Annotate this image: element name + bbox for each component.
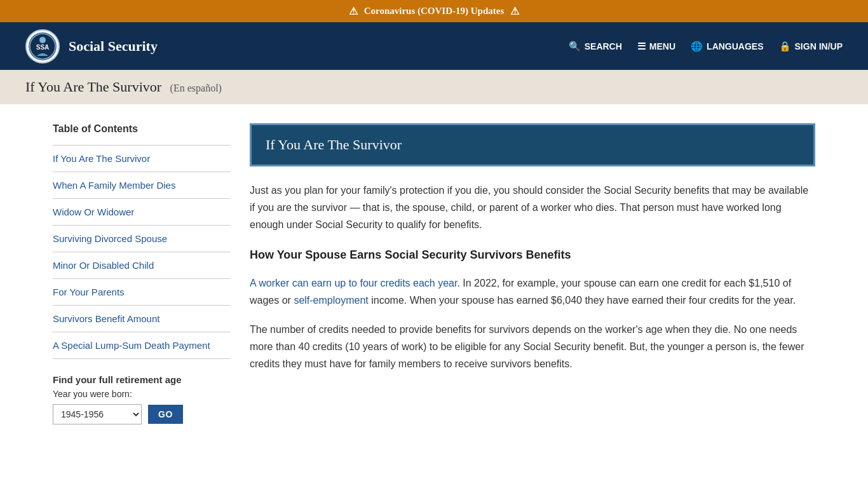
four-credits-link[interactable]: A worker can earn up to four credits eac… <box>250 278 457 288</box>
content-heading: If You Are The Survivor <box>250 123 815 166</box>
page-title-subtitle[interactable]: (En español) <box>170 83 222 93</box>
languages-nav-button[interactable]: 🌐 LANGUAGES <box>691 41 763 52</box>
menu-nav-button[interactable]: ☰ MENU <box>637 41 675 52</box>
birth-year-select[interactable]: 1945-1956 1957 1958 1959 1960 or later <box>53 404 142 424</box>
menu-label: MENU <box>649 41 675 51</box>
toc-link-divorced-spouse[interactable]: Surviving Divorced Spouse <box>53 226 231 252</box>
logo-circle: SSA <box>25 29 60 64</box>
site-title: Social Security <box>69 38 158 55</box>
search-icon: 🔍 <box>569 41 581 52</box>
toc-link-survivor[interactable]: If You Are The Survivor <box>53 146 231 172</box>
signin-label: SIGN IN/UP <box>795 41 843 51</box>
main-container: Table of Contents If You Are The Survivo… <box>40 104 828 444</box>
self-employment-link[interactable]: self-employment <box>294 295 368 306</box>
toc-link-family-member[interactable]: When A Family Member Dies <box>53 172 231 198</box>
toc-link-parents[interactable]: For Your Parents <box>53 279 231 305</box>
alert-bar: ⚠ Coronavirus (COVID-19) Updates ⚠ <box>0 0 868 22</box>
page-title-bar: If You Are The Survivor (En español) <box>0 70 868 104</box>
list-item: When A Family Member Dies <box>53 172 231 199</box>
go-button[interactable]: GO <box>148 405 183 424</box>
header-nav: 🔍 SEARCH ☰ MENU 🌐 LANGUAGES 🔒 SIGN IN/UP <box>569 41 843 52</box>
page-title-main: If You Are The Survivor <box>25 79 161 95</box>
credits-paragraph: A worker can earn up to four credits eac… <box>250 274 815 309</box>
finder-row: 1945-1956 1957 1958 1959 1960 or later G… <box>53 404 231 424</box>
languages-label: LANGUAGES <box>707 41 763 51</box>
alert-text: Coronavirus (COVID-19) Updates <box>364 6 505 17</box>
intro-paragraph: Just as you plan for your family's prote… <box>250 182 815 234</box>
list-item: Surviving Divorced Spouse <box>53 226 231 252</box>
credits-needed-paragraph: The number of credits needed to provide … <box>250 321 815 373</box>
finder-label: Year you were born: <box>53 389 231 399</box>
svg-text:SSA: SSA <box>36 44 50 51</box>
signin-nav-button[interactable]: 🔒 SIGN IN/UP <box>779 41 843 52</box>
toc-link-survivors-benefit[interactable]: Survivors Benefit Amount <box>53 306 231 332</box>
list-item: Minor Or Disabled Child <box>53 252 231 279</box>
lock-icon: 🔒 <box>779 41 791 52</box>
site-header: SSA Social Security 🔍 SEARCH ☰ MENU 🌐 LA… <box>0 22 868 70</box>
list-item: Survivors Benefit Amount <box>53 306 231 332</box>
list-item: For Your Parents <box>53 279 231 306</box>
logo-area[interactable]: SSA Social Security <box>25 29 158 64</box>
search-nav-button[interactable]: 🔍 SEARCH <box>569 41 622 52</box>
content-area: If You Are The Survivor Just as you plan… <box>250 123 815 424</box>
section-heading: How Your Spouse Earns Social Security Su… <box>250 245 815 265</box>
toc-list: If You Are The Survivor When A Family Me… <box>53 145 231 359</box>
list-item: If You Are The Survivor <box>53 146 231 172</box>
content-body: Just as you plan for your family's prote… <box>250 182 815 372</box>
finder-title: Find your full retirement age <box>53 374 231 385</box>
search-label: SEARCH <box>585 41 622 51</box>
retirement-finder: Find your full retirement age Year you w… <box>53 374 231 424</box>
globe-icon: 🌐 <box>691 41 703 52</box>
toc-link-minor-child[interactable]: Minor Or Disabled Child <box>53 252 231 278</box>
sidebar: Table of Contents If You Are The Survivo… <box>53 123 231 424</box>
svg-point-3 <box>39 37 46 43</box>
warning-icon-right: ⚠ <box>510 5 519 17</box>
list-item: A Special Lump-Sum Death Payment <box>53 332 231 359</box>
ssa-logo-icon: SSA <box>28 32 57 61</box>
toc-link-widow[interactable]: Widow Or Widower <box>53 199 231 225</box>
toc-link-lump-sum[interactable]: A Special Lump-Sum Death Payment <box>53 332 231 358</box>
list-item: Widow Or Widower <box>53 199 231 226</box>
menu-icon: ☰ <box>637 41 646 52</box>
warning-icon-left: ⚠ <box>349 5 358 17</box>
toc-title: Table of Contents <box>53 123 231 135</box>
